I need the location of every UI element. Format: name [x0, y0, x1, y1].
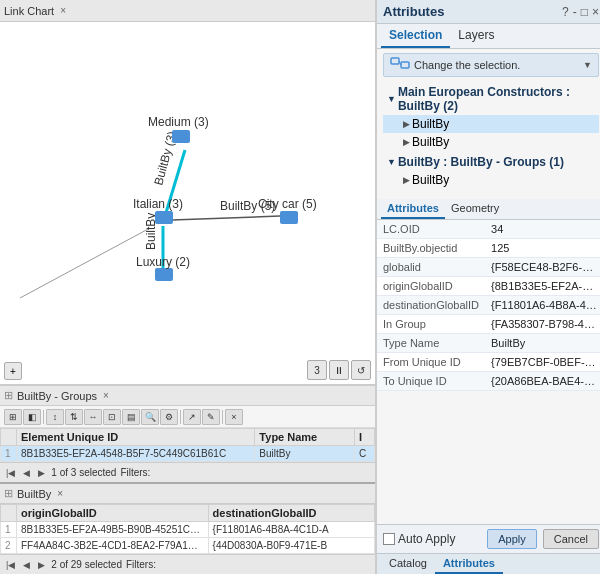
col-element-unique-id[interactable]: Element Unique ID — [17, 429, 255, 446]
apply-button[interactable]: Apply — [487, 529, 537, 549]
svg-rect-9 — [155, 211, 173, 224]
builtby-groups-close[interactable]: × — [103, 390, 109, 401]
tab-attributes[interactable]: Attributes — [381, 199, 445, 219]
col-origin[interactable]: originGlobalID — [17, 505, 209, 522]
svg-text:City car (5): City car (5) — [258, 197, 317, 211]
attr-tabs: Selection Layers — [377, 24, 600, 49]
tree-item-arrow-2-1: ▶ — [403, 175, 410, 185]
tab-geometry[interactable]: Geometry — [445, 199, 505, 219]
svg-rect-13 — [280, 211, 298, 224]
toolbar-btn-9[interactable]: ⚙ — [160, 409, 178, 425]
svg-rect-15 — [391, 58, 399, 64]
nav-next-2[interactable]: ▶ — [36, 560, 47, 570]
map-pause-button[interactable]: ⏸ — [329, 360, 349, 380]
tree-item-1-1[interactable]: ▶ BuiltBy — [383, 115, 599, 133]
filters-label: Filters: — [120, 467, 150, 478]
builtby-groups-status: |◀ ◀ ▶ 1 of 3 selected Filters: — [0, 462, 375, 482]
tab-selection[interactable]: Selection — [381, 24, 450, 48]
cell-type-name: BuiltBy — [255, 446, 355, 462]
nav-first[interactable]: |◀ — [4, 468, 17, 478]
tree-collapse-2[interactable]: ▼ — [387, 157, 396, 167]
table-row[interactable]: 2 FF4AA84C-3B2E-4CD1-8EA2-F79A1F7335C5 {… — [1, 538, 375, 554]
toolbar-btn-3[interactable]: ↕ — [46, 409, 64, 425]
nav-prev-2[interactable]: ◀ — [21, 560, 32, 570]
toolbar-btn-8[interactable]: 🔍 — [141, 409, 159, 425]
row-num: 1 — [1, 522, 17, 538]
attr-table: LC.OID34BuiltBy.objectid125globalid{F58E… — [377, 220, 600, 391]
map-toolbar: 3 ⏸ ↺ — [307, 360, 371, 380]
toolbar-btn-1[interactable]: ⊞ — [4, 409, 22, 425]
dash-icon[interactable]: - — [573, 5, 577, 19]
toolbar-btn-7[interactable]: ▤ — [122, 409, 140, 425]
attr-panel-title: Attributes — [383, 4, 444, 19]
col-i[interactable]: I — [355, 429, 375, 446]
attr-key: BuiltBy.objectid — [377, 239, 485, 258]
attr-value: 125 — [485, 239, 600, 258]
col-num — [1, 429, 17, 446]
map-add-button[interactable]: + — [4, 362, 22, 380]
attr-row: originGlobalID{8B1B33E5-EF2A-49B5-B90E — [377, 277, 600, 296]
cell-i: C — [355, 446, 375, 462]
tree-item-1-2[interactable]: ▶ BuiltBy — [383, 133, 599, 151]
svg-line-2 — [172, 216, 280, 220]
cancel-button[interactable]: Cancel — [543, 529, 599, 549]
attr-key: globalid — [377, 258, 485, 277]
tree-item-label-1-2: BuiltBy — [412, 135, 449, 149]
auto-apply-label[interactable]: Auto Apply — [383, 532, 455, 546]
maximize-icon[interactable]: □ — [581, 5, 588, 19]
attributes-panel: Attributes ? - □ × Selection Layers C — [375, 0, 600, 574]
tree-area: ▼ Main European Constructors : BuiltBy (… — [383, 83, 599, 189]
builtby-groups-toolbar: ⊞ ◧ ↕ ⇅ ↔ ⊡ ▤ 🔍 ⚙ ↗ ✎ × — [0, 406, 375, 428]
help-icon[interactable]: ? — [562, 5, 569, 19]
nav-next[interactable]: ▶ — [36, 468, 47, 478]
builtby-status: |◀ ◀ ▶ 2 of 29 selected Filters: — [0, 554, 375, 574]
builtby-groups-table: Element Unique ID Type Name I 1 8B1B33E5… — [0, 428, 375, 462]
table-row[interactable]: 1 8B1B33E5-EF2A-4548-B5F7-5C449C61B61C B… — [1, 446, 375, 462]
link-chart-tab-label[interactable]: Link Chart — [4, 5, 54, 17]
tab-catalog[interactable]: Catalog — [381, 554, 435, 574]
auto-apply-checkbox[interactable] — [383, 533, 395, 545]
change-selection-row[interactable]: Change the selection. ▼ — [383, 53, 599, 77]
map-refresh-button[interactable]: ↺ — [351, 360, 371, 380]
selection-area: Change the selection. ▼ ▼ Main European … — [377, 49, 600, 195]
toolbar-btn-2[interactable]: ◧ — [23, 409, 41, 425]
toolbar-btn-6[interactable]: ⊡ — [103, 409, 121, 425]
builtby-groups-tab[interactable]: BuiltBy - Groups — [17, 390, 97, 402]
attr-key: To Unique ID — [377, 372, 485, 391]
cell-origin: 8B1B33E5-EF2A-49B5-B90B-45251C7458E6 — [17, 522, 209, 538]
nav-prev[interactable]: ◀ — [21, 468, 32, 478]
attr-bottom-bar: Auto Apply Apply Cancel — [377, 524, 600, 553]
svg-line-3 — [20, 228, 150, 298]
tree-item-2-1[interactable]: ▶ BuiltBy — [383, 171, 599, 189]
col-destination[interactable]: destinationGlobalID — [208, 505, 374, 522]
cell-element-id: 8B1B33E5-EF2A-4548-B5F7-5C449C61B61C — [17, 446, 255, 462]
col-type-name[interactable]: Type Name — [255, 429, 355, 446]
tree-collapse-1[interactable]: ▼ — [387, 94, 396, 104]
toolbar-btn-5[interactable]: ↔ — [84, 409, 102, 425]
catalog-attr-tabs: Catalog Attributes — [377, 553, 600, 574]
builtby-tab[interactable]: BuiltBy — [17, 488, 51, 500]
nav-first-2[interactable]: |◀ — [4, 560, 17, 570]
close-icon[interactable]: × — [592, 5, 599, 19]
toolbar-btn-4[interactable]: ⇅ — [65, 409, 83, 425]
tab-attributes-bottom[interactable]: Attributes — [435, 554, 503, 574]
row-num: 2 — [1, 538, 17, 554]
builtby-panel: ⊞ BuiltBy × originGlobalID destinationGl… — [0, 482, 375, 574]
table-row[interactable]: 1 8B1B33E5-EF2A-49B5-B90B-45251C7458E6 {… — [1, 522, 375, 538]
attr-value: {FA358307-B798-4548-B5F7 — [485, 315, 600, 334]
link-chart-tab-close[interactable]: × — [60, 5, 66, 16]
tab-layers[interactable]: Layers — [450, 24, 502, 48]
tree-item-arrow-1-2: ▶ — [403, 137, 410, 147]
filters-label-2: Filters: — [126, 559, 156, 570]
toolbar-btn-12[interactable]: × — [225, 409, 243, 425]
builtby-groups-panel: ⊞ BuiltBy - Groups × ⊞ ◧ ↕ ⇅ ↔ ⊡ ▤ 🔍 ⚙ ↗… — [0, 385, 375, 482]
svg-text:Luxury (2): Luxury (2) — [136, 255, 190, 269]
cell-origin: FF4AA84C-3B2E-4CD1-8EA2-F79A1F7335C5 — [17, 538, 209, 554]
tree-group-1: ▼ Main European Constructors : BuiltBy (… — [383, 83, 599, 151]
builtby-close[interactable]: × — [57, 488, 63, 499]
attr-row: To Unique ID{20A86BEA-BAE4-4F33-B10 — [377, 372, 600, 391]
toolbar-btn-11[interactable]: ✎ — [202, 409, 220, 425]
row-num: 1 — [1, 446, 17, 462]
attr-value: {F58ECE48-B2F6-4A50-A86 — [485, 258, 600, 277]
toolbar-btn-10[interactable]: ↗ — [183, 409, 201, 425]
